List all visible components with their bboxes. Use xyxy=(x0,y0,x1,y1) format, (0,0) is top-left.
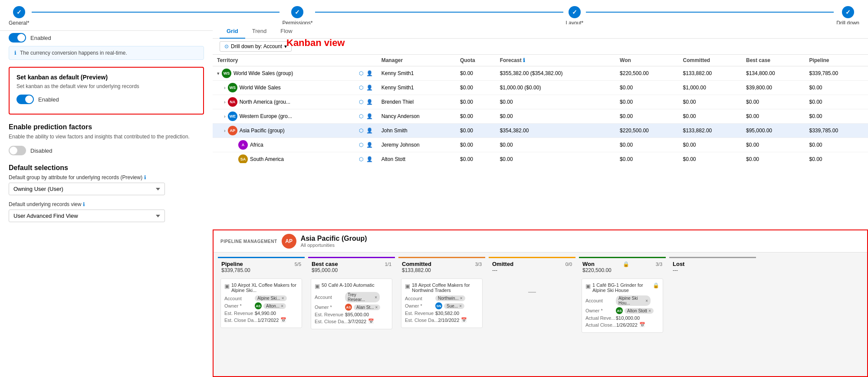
table-row[interactable]: › NA North America (grou... ⬡ 👤 Brenden … xyxy=(213,95,868,109)
owner-tag[interactable]: Alton... × xyxy=(263,303,286,309)
owner-tag-remove[interactable]: × xyxy=(375,305,378,310)
table-row[interactable]: A Africa ⬡ 👤 Jeremy Johnson $0.00 $0.00 … xyxy=(213,138,868,152)
owner-tag[interactable]: Sue... × xyxy=(444,303,464,309)
kanban-default-box: Set kanban as default (Preview) Set kanb… xyxy=(9,67,204,115)
kanban-card[interactable]: ▣ 1 Café BG-1 Grinder for Alpine Ski Hou… xyxy=(582,279,663,333)
calendar-icon[interactable]: 📅 xyxy=(639,322,645,328)
revenue-label: Est. Revenue xyxy=(315,312,345,317)
col-count: 0/0 xyxy=(566,262,572,267)
link-icon[interactable]: ⬡ xyxy=(359,70,363,76)
account-tag-remove[interactable]: × xyxy=(645,298,648,303)
tab-grid[interactable]: Grid xyxy=(220,24,245,39)
user-icon[interactable]: 👤 xyxy=(366,70,373,76)
owner-tag-remove[interactable]: × xyxy=(459,304,462,308)
table-row[interactable]: › WE Western Europe (gro... ⬡ 👤 Nancy An… xyxy=(213,109,868,124)
user-icon[interactable]: 👤 xyxy=(366,113,373,119)
user-icon[interactable]: 👤 xyxy=(366,128,373,134)
kanban-card[interactable]: ▣ 50 Café A-100 Automatic Account Trey R… xyxy=(311,279,392,329)
expand-icon[interactable]: › xyxy=(224,85,226,90)
link-icon[interactable]: ⬡ xyxy=(359,85,363,91)
default-group-select[interactable]: Owning User (User) xyxy=(9,183,165,195)
owner-tag[interactable]: Alton Stott × xyxy=(625,308,654,314)
kanban-card[interactable]: ▣ 18 Airpot Coffee Makers for Northwind … xyxy=(401,279,483,328)
default-group-dropdown-row: Default group by attribute for underlyin… xyxy=(9,174,204,195)
committed-value: $0.00 xyxy=(679,109,742,124)
step-permissions[interactable]: ✓ Permissions* xyxy=(282,6,312,26)
kanban-col-header: Committed 3/3 $133,882.00 xyxy=(398,257,485,276)
owner-tag[interactable]: Alan St... × xyxy=(354,305,380,310)
default-view-select[interactable]: User Advanced Find View xyxy=(9,210,165,222)
user-icon[interactable]: 👤 xyxy=(366,85,373,91)
col-lock-icon: 🔒 xyxy=(623,261,629,267)
table-row[interactable]: ▾ WS World Wide Sales (group) ⬡ 👤 Kenny … xyxy=(213,66,868,81)
card-title: ▣ 18 Airpot Coffee Makers for Northwind … xyxy=(405,282,479,293)
kanban-group-subtitle: All opportunities xyxy=(301,243,367,248)
default-group-label: Default group by attribute for underlyin… xyxy=(9,174,204,180)
forecast-value: $0.00 xyxy=(496,138,615,152)
account-tag[interactable]: Northwin... × xyxy=(435,295,465,301)
step-general[interactable]: ✓ General* xyxy=(9,6,29,26)
kanban-enabled-toggle[interactable] xyxy=(16,95,34,104)
col-manager: Manager xyxy=(377,55,456,66)
close-value: 3/7/2022 📅 xyxy=(348,318,388,324)
link-icon[interactable]: ⬡ xyxy=(359,99,363,105)
account-tag-remove[interactable]: × xyxy=(282,296,284,301)
owner-tag-remove[interactable]: × xyxy=(281,304,283,308)
card-owner-field: Owner * AS Alan St... × xyxy=(315,304,388,311)
tab-flow[interactable]: Flow xyxy=(273,24,299,39)
pipeline-value: $0.00 xyxy=(805,95,868,109)
kanban-column: Pipeline 5/5 $339,785.00 ▣ 10 Airpot XL … xyxy=(218,257,305,364)
col-count: 3/3 xyxy=(475,262,482,267)
step-circle-layout: ✓ xyxy=(569,6,581,18)
kanban-card[interactable]: ▣ 10 Airpot XL Coffee Makers for Alpine … xyxy=(220,279,302,328)
link-icon[interactable]: ⬡ xyxy=(359,128,363,134)
user-icon[interactable]: 👤 xyxy=(366,99,373,105)
kanban-col-body: ▣ 50 Café A-100 Automatic Account Trey R… xyxy=(308,276,395,364)
user-icon[interactable]: 👤 xyxy=(366,142,373,148)
expand-icon[interactable]: › xyxy=(224,128,226,133)
table-row[interactable]: › WS World Wide Sales ⬡ 👤 Kenny Smith1 $… xyxy=(213,81,868,95)
forecast-value: $0.00 xyxy=(496,109,615,124)
calendar-icon[interactable]: 📅 xyxy=(461,317,467,323)
drill-down-button[interactable]: ⊙ Drill down by: Account ▾ xyxy=(220,41,292,52)
col-committed: Committed xyxy=(679,55,742,66)
expand-icon[interactable]: ▾ xyxy=(217,71,220,76)
drill-icon: ⊙ xyxy=(224,43,229,49)
table-row[interactable]: › AP Asia Pacific (group) ⬡ 👤 John Smith… xyxy=(213,124,868,138)
revenue-label: Actual Reve... xyxy=(585,315,616,321)
table-row[interactable]: SA South America ⬡ 👤 Alton Stott $0.00 $… xyxy=(213,152,868,164)
tab-trend[interactable]: Trend xyxy=(245,24,273,39)
won-value: $0.00 xyxy=(615,81,678,95)
expand-icon[interactable]: › xyxy=(224,99,226,105)
user-icon[interactable]: 👤 xyxy=(366,156,373,162)
enabled-toggle[interactable] xyxy=(9,33,26,43)
kanban-col-body xyxy=(669,276,756,364)
manager-name: John Smith xyxy=(377,124,456,138)
calendar-icon[interactable]: 📅 xyxy=(368,318,374,324)
kanban-toggle-row: Enabled xyxy=(16,95,196,104)
calendar-icon[interactable]: 📅 xyxy=(280,317,286,323)
prediction-toggle[interactable] xyxy=(9,146,26,155)
account-tag[interactable]: Alpine Ski Hou... × xyxy=(616,295,651,306)
link-icon[interactable]: ⬡ xyxy=(359,156,363,162)
link-icon[interactable]: ⬡ xyxy=(359,113,363,119)
account-tag[interactable]: Trey Resear... × xyxy=(345,292,380,302)
step-drilldown[interactable]: ✓ Drill down xyxy=(836,6,859,26)
card-title: ▣ 50 Café A-100 Automatic xyxy=(315,282,388,289)
account-tag-remove[interactable]: × xyxy=(460,296,463,301)
owner-avatar: AS xyxy=(616,307,623,314)
owner-tag-remove[interactable]: × xyxy=(648,308,651,313)
territory-name: Western Europe (gro... xyxy=(240,113,292,119)
kanban-col-header: Pipeline 5/5 $339,785.00 xyxy=(218,257,305,276)
expand-icon[interactable]: › xyxy=(224,114,226,119)
step-layout[interactable]: ✓ Layout* xyxy=(566,6,584,26)
kanban-col-header: Lost --- xyxy=(669,257,756,276)
link-icon[interactable]: ⬡ xyxy=(359,142,363,148)
account-tag[interactable]: Alpine Ski... × xyxy=(255,295,287,301)
committed-value: $0.00 xyxy=(679,95,742,109)
territory-name: North America (grou... xyxy=(240,99,290,105)
account-tag-remove[interactable]: × xyxy=(375,295,377,300)
prediction-desc: Enable the ability to view factors and i… xyxy=(9,134,204,140)
kanban-default-desc: Set kanban as the default view for under… xyxy=(16,83,196,89)
left-panel: Enabled ℹ The currency conversion happen… xyxy=(0,24,213,377)
